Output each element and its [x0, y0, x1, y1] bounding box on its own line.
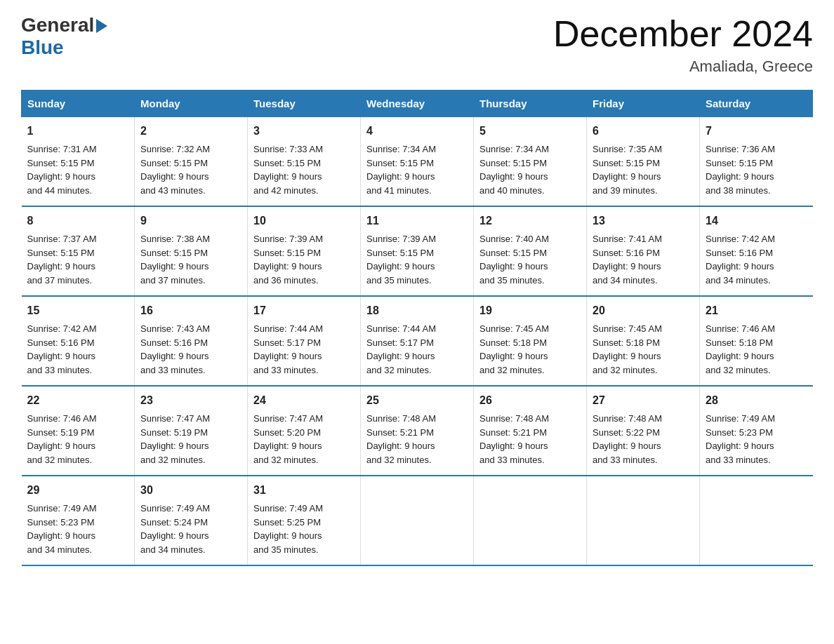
sunrise-label: Sunrise: 7:45 AM — [479, 323, 549, 334]
list-item: 15 Sunrise: 7:42 AM Sunset: 5:16 PM Dayl… — [22, 296, 135, 386]
sunset-label: Sunset: 5:19 PM — [27, 427, 95, 438]
sunrise-label: Sunrise: 7:49 AM — [706, 413, 775, 424]
sunset-label: Sunset: 5:15 PM — [366, 158, 434, 168]
daylight-minutes: and 44 minutes. — [27, 185, 93, 196]
daylight-minutes: and 32 minutes. — [366, 455, 432, 465]
sunrise-label: Sunrise: 7:45 AM — [593, 323, 662, 334]
daylight-label: Daylight: 9 hours — [27, 261, 96, 271]
daylight-label: Daylight: 9 hours — [366, 171, 435, 182]
sunset-label: Sunset: 5:17 PM — [366, 337, 434, 348]
sunset-label: Sunset: 5:22 PM — [593, 427, 660, 438]
daylight-label: Daylight: 9 hours — [593, 171, 661, 182]
day-number: 2 — [140, 123, 241, 140]
sunrise-label: Sunrise: 7:35 AM — [593, 144, 662, 154]
daylight-label: Daylight: 9 hours — [253, 351, 322, 361]
sunrise-label: Sunrise: 7:39 AM — [253, 234, 323, 244]
col-friday: Friday — [587, 90, 700, 117]
day-number: 17 — [253, 302, 355, 319]
day-number: 14 — [706, 213, 807, 229]
sunrise-label: Sunrise: 7:39 AM — [366, 234, 436, 244]
list-item — [700, 476, 813, 565]
day-number: 21 — [706, 302, 807, 319]
list-item: 21 Sunrise: 7:46 AM Sunset: 5:18 PM Dayl… — [700, 296, 813, 386]
sunrise-label: Sunrise: 7:31 AM — [27, 144, 97, 154]
daylight-minutes: and 35 minutes. — [366, 275, 432, 286]
list-item: 25 Sunrise: 7:48 AM Sunset: 5:21 PM Dayl… — [361, 386, 474, 476]
day-number: 26 — [479, 392, 581, 409]
list-item: 18 Sunrise: 7:44 AM Sunset: 5:17 PM Dayl… — [361, 296, 474, 386]
list-item: 11 Sunrise: 7:39 AM Sunset: 5:15 PM Dayl… — [361, 206, 474, 296]
daylight-minutes: and 34 minutes. — [706, 275, 771, 286]
sunrise-label: Sunrise: 7:41 AM — [593, 234, 662, 244]
list-item: 12 Sunrise: 7:40 AM Sunset: 5:15 PM Dayl… — [474, 206, 587, 296]
sunset-label: Sunset: 5:24 PM — [140, 517, 208, 528]
sunset-label: Sunset: 5:25 PM — [253, 517, 321, 528]
day-number: 1 — [27, 123, 129, 140]
calendar-header-row: Sunday Monday Tuesday Wednesday Thursday… — [22, 90, 813, 117]
daylight-label: Daylight: 9 hours — [140, 351, 209, 361]
daylight-minutes: and 35 minutes. — [479, 275, 545, 286]
sunset-label: Sunset: 5:18 PM — [593, 337, 660, 348]
sunset-label: Sunset: 5:15 PM — [253, 158, 321, 168]
daylight-minutes: and 33 minutes. — [253, 365, 319, 375]
daylight-minutes: and 36 minutes. — [253, 275, 319, 286]
daylight-minutes: and 34 minutes. — [140, 544, 206, 555]
list-item: 5 Sunrise: 7:34 AM Sunset: 5:15 PM Dayli… — [474, 117, 587, 207]
daylight-label: Daylight: 9 hours — [479, 171, 548, 182]
day-number: 16 — [140, 302, 241, 319]
sunrise-label: Sunrise: 7:34 AM — [479, 144, 549, 154]
col-monday: Monday — [135, 90, 248, 117]
day-number: 12 — [479, 213, 581, 229]
daylight-minutes: and 32 minutes. — [253, 455, 319, 465]
day-number: 20 — [593, 302, 694, 319]
sunrise-label: Sunrise: 7:40 AM — [479, 234, 549, 244]
day-number: 3 — [253, 123, 355, 140]
day-number: 23 — [140, 392, 241, 409]
list-item: 14 Sunrise: 7:42 AM Sunset: 5:16 PM Dayl… — [700, 206, 813, 296]
list-item: 3 Sunrise: 7:33 AM Sunset: 5:15 PM Dayli… — [248, 117, 361, 207]
list-item: 20 Sunrise: 7:45 AM Sunset: 5:18 PM Dayl… — [587, 296, 700, 386]
daylight-label: Daylight: 9 hours — [593, 261, 661, 271]
daylight-label: Daylight: 9 hours — [253, 530, 322, 541]
daylight-label: Daylight: 9 hours — [140, 171, 209, 182]
day-number: 18 — [366, 302, 468, 319]
logo-arrow-icon — [96, 19, 107, 33]
sunset-label: Sunset: 5:15 PM — [27, 158, 95, 168]
day-number: 10 — [253, 213, 355, 229]
sunset-label: Sunset: 5:15 PM — [140, 158, 208, 168]
day-number: 6 — [593, 123, 694, 140]
daylight-minutes: and 32 minutes. — [593, 365, 658, 375]
day-number: 11 — [366, 213, 468, 229]
sunset-label: Sunset: 5:15 PM — [706, 158, 773, 168]
logo-general: General — [21, 14, 94, 36]
list-item: 29 Sunrise: 7:49 AM Sunset: 5:23 PM Dayl… — [22, 476, 135, 565]
daylight-minutes: and 37 minutes. — [27, 275, 93, 286]
daylight-minutes: and 35 minutes. — [253, 544, 319, 555]
daylight-label: Daylight: 9 hours — [27, 441, 96, 451]
list-item: 4 Sunrise: 7:34 AM Sunset: 5:15 PM Dayli… — [361, 117, 474, 207]
list-item: 2 Sunrise: 7:32 AM Sunset: 5:15 PM Dayli… — [135, 117, 248, 207]
list-item: 30 Sunrise: 7:49 AM Sunset: 5:24 PM Dayl… — [135, 476, 248, 565]
daylight-minutes: and 41 minutes. — [366, 185, 432, 196]
sunset-label: Sunset: 5:16 PM — [706, 248, 773, 258]
daylight-minutes: and 32 minutes. — [140, 455, 206, 465]
daylight-label: Daylight: 9 hours — [140, 261, 209, 271]
daylight-label: Daylight: 9 hours — [479, 351, 548, 361]
list-item: 31 Sunrise: 7:49 AM Sunset: 5:25 PM Dayl… — [248, 476, 361, 565]
sunrise-label: Sunrise: 7:47 AM — [140, 413, 210, 424]
daylight-minutes: and 33 minutes. — [706, 455, 771, 465]
sunrise-label: Sunrise: 7:49 AM — [253, 503, 323, 514]
sunset-label: Sunset: 5:21 PM — [366, 427, 434, 438]
sunset-label: Sunset: 5:15 PM — [253, 248, 321, 258]
sunrise-label: Sunrise: 7:46 AM — [27, 413, 97, 424]
list-item: 17 Sunrise: 7:44 AM Sunset: 5:17 PM Dayl… — [248, 296, 361, 386]
sunrise-label: Sunrise: 7:48 AM — [366, 413, 436, 424]
sunrise-label: Sunrise: 7:44 AM — [366, 323, 436, 334]
day-number: 28 — [706, 392, 807, 409]
daylight-label: Daylight: 9 hours — [593, 441, 661, 451]
sunrise-label: Sunrise: 7:48 AM — [479, 413, 549, 424]
day-number: 27 — [593, 392, 694, 409]
daylight-minutes: and 33 minutes. — [479, 455, 545, 465]
sunset-label: Sunset: 5:17 PM — [253, 337, 321, 348]
daylight-label: Daylight: 9 hours — [706, 261, 774, 271]
